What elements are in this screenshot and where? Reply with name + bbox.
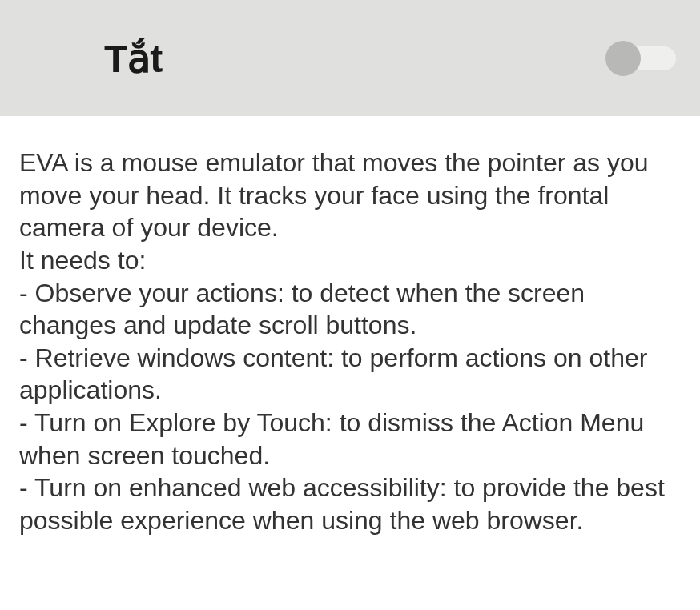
content-area: EVA is a mouse emulator that moves the p… <box>0 116 700 537</box>
enable-toggle[interactable] <box>605 41 676 76</box>
header-title: Tắt <box>104 36 163 81</box>
header-bar: Tắt <box>0 0 700 116</box>
toggle-thumb <box>605 41 641 76</box>
description-text: EVA is a mouse emulator that moves the p… <box>19 146 681 537</box>
